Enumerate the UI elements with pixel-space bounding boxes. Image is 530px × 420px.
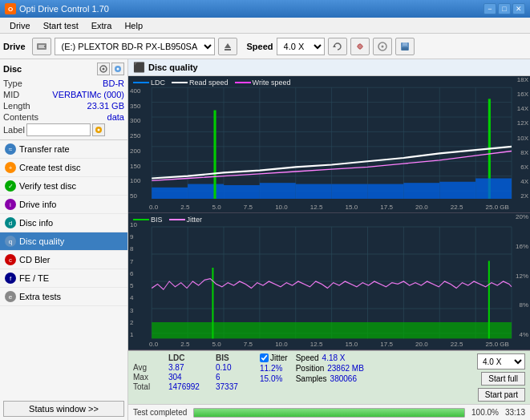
save-button[interactable]: [395, 38, 415, 55]
samples-label: Samples: [296, 374, 327, 383]
chart1-y-right: 18X 16X 14X 12X 10X 8X 6X 4X 2X: [517, 76, 528, 200]
svg-point-15: [103, 68, 105, 71]
avg-jitter: 11.2%: [260, 364, 288, 373]
menu-start-test[interactable]: Start test: [37, 19, 85, 32]
speed-select[interactable]: 4.0 X: [277, 38, 325, 55]
cd-bler-icon: c: [5, 254, 16, 265]
chart2-svg: [128, 213, 530, 349]
status-window-button[interactable]: Status window >>: [3, 401, 124, 417]
svg-rect-40: [188, 184, 224, 199]
menu-drive[interactable]: Drive: [3, 19, 37, 32]
svg-rect-44: [296, 184, 332, 199]
progress-bar-bg: [193, 408, 465, 418]
settings-button[interactable]: [350, 38, 370, 55]
nav-verify-test-disc[interactable]: ✓ Verify test disc: [0, 177, 127, 196]
mid-label: MID: [3, 90, 19, 99]
write-speed-legend: Write speed: [253, 79, 291, 87]
close-button[interactable]: ✕: [512, 3, 525, 14]
svg-rect-8: [359, 43, 360, 50]
refresh-button[interactable]: [328, 38, 347, 55]
menu-extra[interactable]: Extra: [85, 19, 119, 32]
chart1-x-axis: 0.02.55.07.510.012.515.017.520.022.525.0…: [149, 204, 509, 211]
nav-disc-quality[interactable]: q Disc quality: [0, 232, 127, 251]
svg-rect-12: [403, 42, 407, 46]
svg-rect-67: [152, 322, 512, 338]
transfer-rate-icon: ≈: [5, 143, 16, 155]
contents-label: Contents: [3, 112, 38, 122]
nav-transfer-rate-label: Transfer rate: [19, 144, 70, 154]
drive-info-icon: i: [5, 199, 16, 210]
svg-rect-1: [38, 45, 45, 48]
svg-rect-13: [402, 47, 408, 50]
svg-marker-5: [333, 45, 336, 47]
label-input[interactable]: [26, 123, 91, 136]
label-btn[interactable]: [92, 123, 105, 136]
speed-dropdown[interactable]: 4.0 X: [477, 353, 525, 370]
jitter-legend: Jitter: [187, 216, 203, 224]
nav-create-test-label: Create test disc: [19, 163, 80, 172]
samples-value: 380066: [330, 374, 357, 383]
disc-btn2[interactable]: [111, 63, 124, 75]
nav-extra-tests[interactable]: e Extra tests: [0, 288, 127, 306]
maximize-button[interactable]: □: [498, 3, 511, 14]
disc-info-icon: d: [5, 217, 16, 228]
status-text: Test completed: [133, 408, 187, 417]
stats-table: LDC BIS Avg 3.87 0.10 Max 304 6 Total 14…: [133, 353, 253, 391]
mid-value: VERBATIMc (000): [52, 90, 124, 99]
length-label: Length: [3, 101, 30, 111]
jitter-label: Jitter: [270, 353, 288, 362]
drive-label: Drive: [3, 42, 26, 51]
svg-rect-46: [368, 184, 404, 199]
progress-bar-row: Test completed 100.0% 33:13: [128, 404, 530, 420]
nav-fe-te-label: FE / TE: [19, 273, 49, 283]
type-label: Type: [3, 79, 22, 88]
eject-button[interactable]: [218, 38, 237, 55]
svg-rect-41: [224, 185, 260, 199]
action-area: 4.0 X Start full Start part: [477, 353, 525, 402]
minimize-button[interactable]: −: [483, 3, 496, 14]
chart1-legend: LDC Read speed Write speed: [133, 79, 290, 87]
svg-point-19: [97, 129, 99, 131]
progress-bar-fill: [194, 409, 464, 417]
drive-select[interactable]: (E:) PLEXTOR BD-R PX-LB950SA 1.06: [55, 38, 215, 55]
menu-bar: Drive Start test Extra Help: [0, 18, 530, 34]
window-controls: − □ ✕: [483, 3, 525, 14]
speed-row: Speed 4.18 X: [296, 353, 364, 362]
disc-quality-icon: q: [5, 236, 16, 247]
drive-icon-btn[interactable]: [32, 38, 51, 55]
nav-disc-info[interactable]: d Disc info: [0, 214, 127, 232]
start-part-button[interactable]: Start part: [478, 388, 525, 402]
extra-tests-icon: e: [5, 291, 16, 302]
disc-button[interactable]: [373, 38, 392, 55]
svg-rect-47: [403, 183, 439, 199]
progress-time: 33:13: [505, 408, 525, 417]
svg-rect-50: [475, 179, 512, 200]
svg-point-10: [381, 45, 383, 47]
chart1-y-left: 400 350 300 250 200 150 100 50: [130, 87, 140, 200]
middle-stats: Jitter 11.2% 15.0%: [260, 353, 288, 383]
nav-drive-info[interactable]: i Drive info: [0, 196, 127, 214]
nav-verify-test-label: Verify test disc: [19, 181, 76, 191]
nav-transfer-rate[interactable]: ≈ Transfer rate: [0, 140, 127, 159]
toolbar: Drive (E:) PLEXTOR BD-R PX-LB950SA 1.06 …: [0, 34, 530, 59]
nav-fe-te[interactable]: f FE / TE: [0, 269, 127, 288]
svg-rect-69: [488, 261, 490, 339]
nav-create-test-disc[interactable]: + Create test disc: [0, 159, 127, 177]
quality-icon: ⬛: [133, 62, 145, 73]
disc-btn1[interactable]: [97, 63, 110, 75]
svg-point-2: [44, 46, 46, 47]
svg-point-17: [117, 68, 119, 71]
type-value: BD-R: [103, 79, 124, 88]
nav-extra-tests-label: Extra tests: [19, 292, 61, 301]
speed-label: Speed: [247, 42, 273, 51]
contents-value: data: [107, 112, 124, 122]
menu-help[interactable]: Help: [118, 19, 149, 32]
verify-test-icon: ✓: [5, 180, 16, 192]
jitter-checkbox[interactable]: [260, 353, 269, 362]
svg-rect-39: [152, 188, 188, 199]
progress-percent: 100.0%: [471, 408, 499, 417]
chart2-legend: BIS Jitter: [133, 216, 202, 224]
nav-cd-bler[interactable]: c CD Bler: [0, 251, 127, 269]
start-full-button[interactable]: Start full: [481, 372, 525, 386]
disc-info-grid: Type BD-R MID VERBATIMc (000) Length 23.…: [3, 79, 124, 136]
